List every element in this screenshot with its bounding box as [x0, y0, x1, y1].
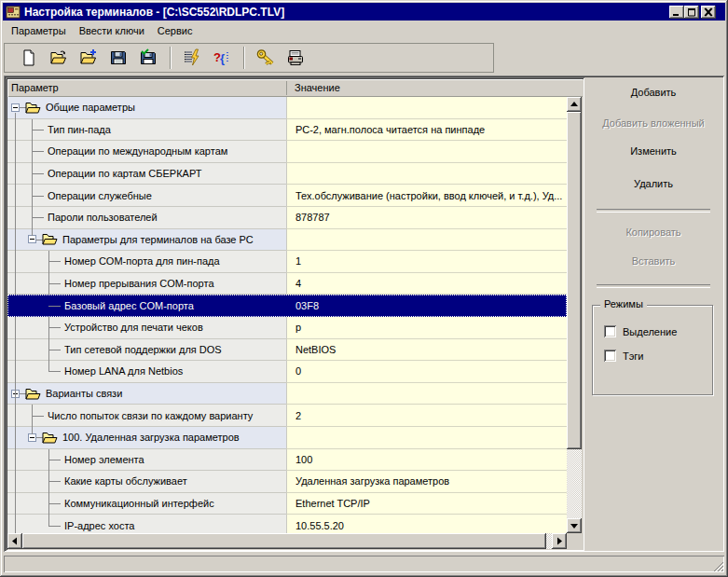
param-cell: Число попыток связи по каждому варианту	[7, 405, 286, 427]
folder-icon	[42, 233, 58, 245]
folder-icon	[42, 432, 58, 444]
hscroll-thumb[interactable]	[22, 533, 546, 549]
value-cell	[286, 141, 567, 163]
table-row[interactable]: Операции по международным картам	[7, 141, 567, 163]
syntax-check-button[interactable]: ?{	[210, 46, 234, 70]
close-button[interactable]	[701, 6, 716, 19]
save-all-button[interactable]	[136, 46, 160, 70]
tree-connector	[32, 151, 44, 152]
expand-box[interactable]	[11, 103, 20, 112]
table-row[interactable]: Операции служебныеТех.обслуживание (наст…	[7, 185, 567, 207]
value-label: Удаленная загрузка параметров	[295, 475, 449, 487]
status-field	[4, 556, 724, 572]
table-row[interactable]: Коммуникационный интерфейсEthernet TCP/I…	[7, 493, 567, 515]
param-cell: Базовый адрес COM-порта	[7, 295, 286, 317]
param-label: Число попыток связи по каждому варианту	[48, 410, 253, 421]
value-label: Ethernet TCP/IP	[295, 498, 370, 509]
button-add-nested: Добавить вложенный	[584, 117, 722, 129]
button-delete[interactable]: Удалить	[584, 178, 722, 189]
table-row[interactable]: Номер LANA для Netbios0	[7, 361, 567, 383]
resize-grip[interactable]	[712, 560, 724, 572]
param-cell: Параметры для терминалов на базе PC	[7, 229, 286, 252]
button-edit[interactable]: Изменить	[584, 145, 722, 157]
menu-item-1[interactable]: Параметры	[5, 22, 73, 39]
scroll-down-button[interactable]	[567, 518, 582, 533]
param-cell: Общие параметры	[7, 97, 286, 119]
table-row[interactable]: Параметры для терминалов на базе PC	[7, 229, 567, 252]
param-label: IP-адрес хоста	[64, 520, 134, 531]
table-row[interactable]: Операции по картам СБЕРКАРТ	[7, 163, 567, 185]
table-row[interactable]: Какие карты обслуживаетУдаленная загрузк…	[7, 471, 567, 493]
button-add[interactable]: Добавить	[584, 87, 722, 98]
table-row[interactable]: Пароли пользователей878787	[7, 207, 567, 229]
scroll-right-button[interactable]	[552, 533, 567, 549]
minimize-button[interactable]	[669, 6, 684, 19]
tree-connector	[32, 130, 44, 131]
scroll-up-button[interactable]	[567, 97, 582, 112]
param-label: Операции служебные	[48, 190, 152, 201]
tree-connector	[32, 196, 44, 197]
table-row[interactable]: Номер COM-порта для пин-пада1	[7, 251, 567, 273]
param-label: Номер прерывания COM-порта	[64, 278, 214, 289]
param-label: Номер COM-порта для пин-пада	[64, 255, 220, 267]
folder-icon	[25, 102, 41, 114]
tree-guide-line	[48, 449, 49, 527]
maximize-button[interactable]	[684, 6, 699, 19]
param-cell: Тип пин-пада	[7, 119, 286, 142]
new-document-button[interactable]	[17, 46, 41, 70]
parameter-tree: Общие параметрыТип пин-падаРС-2, магн.по…	[7, 97, 567, 533]
horizontal-scrollbar[interactable]	[7, 533, 567, 549]
add-file-button[interactable]	[76, 46, 101, 70]
save-file-button[interactable]	[106, 46, 130, 70]
value-label: Тех.обслуживание (настройки, ввод ключей…	[295, 190, 562, 201]
open-file-button[interactable]	[47, 46, 71, 70]
toolbar: ?{	[4, 43, 494, 73]
enter-keys-button[interactable]	[254, 46, 278, 70]
checkbox-row-selection[interactable]: Выделение	[604, 325, 677, 337]
value-cell: РС-2, магн.полоса читается на пинпаде	[286, 119, 567, 142]
param-label: Варианты связи	[46, 388, 122, 399]
checkbox-row-tags[interactable]: Тэги	[604, 350, 644, 362]
table-row[interactable]: IP-адрес хоста10.55.5.20	[7, 515, 567, 533]
table-row[interactable]: 100. Удаленная загрузка параметров	[7, 427, 567, 449]
value-cell	[286, 97, 567, 119]
value-cell: p	[286, 317, 567, 339]
print-terminal-button[interactable]	[283, 46, 308, 70]
folder-icon	[25, 388, 41, 400]
param-cell: Операции по международным картам	[7, 141, 286, 163]
table-row[interactable]: Тип пин-падаРС-2, магн.полоса читается н…	[7, 119, 567, 142]
verify-parameters-button[interactable]	[180, 46, 204, 70]
tree-connector	[48, 481, 61, 482]
value-cell	[286, 383, 567, 405]
table-row[interactable]: Базовый адрес COM-порта03F8	[7, 295, 567, 317]
checkbox-selection[interactable]	[604, 325, 616, 337]
table-row[interactable]: Варианты связи	[7, 383, 567, 405]
print-terminal-icon	[286, 48, 305, 67]
vscroll-thumb[interactable]	[567, 112, 582, 449]
checkbox-tags[interactable]	[604, 350, 616, 362]
table-row[interactable]: Номер прерывания COM-порта4	[7, 273, 567, 295]
table-row[interactable]: Число попыток связи по каждому варианту2	[7, 405, 567, 427]
expand-box[interactable]	[28, 235, 36, 243]
status-bar	[3, 555, 725, 574]
menu-item-3[interactable]: Сервис	[151, 22, 199, 39]
scroll-arrow-up	[567, 97, 582, 112]
menu-item-2[interactable]: Ввести ключи	[73, 22, 151, 39]
sidebar: ДобавитьДобавить вложенныйИзменитьУдалит…	[584, 77, 722, 551]
table-row[interactable]: Тип сетевой поддержки для DOSNetBIOS	[7, 339, 567, 362]
table-row[interactable]: Номер элемента100	[7, 449, 567, 472]
expand-box[interactable]	[28, 433, 36, 442]
table-row[interactable]: Устройство для печати чековp	[7, 317, 567, 339]
value-cell: 0	[286, 361, 567, 383]
vertical-scrollbar[interactable]	[567, 97, 582, 533]
param-label: Операции по международным картам	[48, 145, 227, 157]
value-cell	[286, 163, 567, 185]
separator-line	[597, 209, 710, 213]
vscroll-track[interactable]	[567, 449, 582, 518]
table-row[interactable]: Общие параметры	[7, 97, 567, 119]
modes-group-title: Режимы	[600, 298, 647, 309]
scroll-arrow-left	[7, 533, 22, 548]
tree-guide-line	[32, 119, 33, 237]
value-label: РС-2, магн.полоса читается на пинпаде	[295, 124, 485, 135]
scroll-left-button[interactable]	[7, 533, 22, 549]
